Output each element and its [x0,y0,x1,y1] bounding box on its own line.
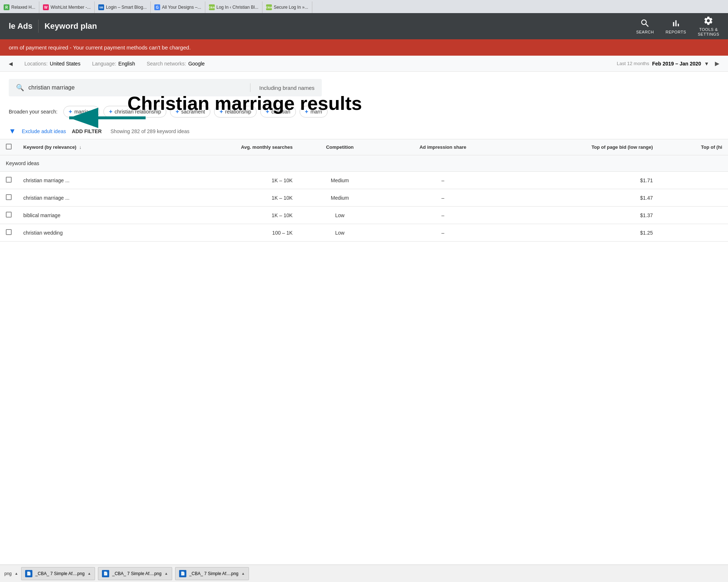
broaden-chip-label: christian [271,109,290,115]
nav-divider [38,20,39,33]
app-logo: le Ads [9,21,32,31]
row-checkbox-cell [0,189,17,207]
row-bid-high [659,172,728,189]
row-competition: Low [298,207,381,224]
broaden-chip-label: christian relationship [115,109,161,115]
ad-impression-column-header[interactable]: Ad impression share [381,139,505,155]
nav-icons: SEARCH REPORTS TOOLS & SETTINGS [636,16,719,37]
top-navigation: le Ads Keyword plan SEARCH REPORTS TOOLS… [0,13,728,39]
language-filter: Language: English [92,61,135,67]
table-row: christian wedding 100 – 1K Low – $1.25 [0,224,728,242]
row-ad-share: – [381,189,505,207]
browser-tab-bar: R Relaxed H... W WishList Member -... SB… [0,0,728,13]
bid-low-header-label: Top of page bid (low range) [592,144,653,150]
language-value: English [118,61,135,67]
plus-icon: + [266,108,269,115]
search-icon [640,18,650,28]
monthly-searches-column-header[interactable]: Avg. monthly searches [165,139,298,155]
tools-icon [703,16,713,26]
row-searches: 100 – 1K [165,224,298,242]
add-filter-button[interactable]: ADD FILTER [72,128,102,134]
row-keyword: biblical marriage [17,207,165,224]
plus-icon: + [305,108,308,115]
tab-label: Secure Log In »... [274,5,308,10]
row-keyword: christian marriage ... [17,172,165,189]
page-title: Keyword plan [44,21,636,31]
search-nav-button[interactable]: SEARCH [636,18,654,34]
ad-impression-header-label: Ad impression share [419,144,466,150]
tab-favicon: SB [98,4,104,10]
row-ad-share: – [381,172,505,189]
bid-low-column-header[interactable]: Top of page bid (low range) [505,139,658,155]
broaden-label: Broaden your search: [9,109,58,115]
results-count: Showing 282 of 289 keyword ideas [110,128,189,134]
row-bid-low: $1.25 [505,224,658,242]
row-searches: 1K – 10K [165,172,298,189]
tab-christianblog[interactable]: CBA Log In ‹ Christian Bl... [205,1,262,13]
row-keyword: christian wedding [17,224,165,242]
row-ad-share: – [381,224,505,242]
tab-label: Login – Smart Blog... [106,5,147,10]
date-range-filter[interactable]: Last 12 months Feb 2019 – Jan 2020 ▼ ▶ [617,60,719,67]
row-checkbox[interactable] [6,229,12,235]
broaden-chip-christian[interactable]: + christian [260,106,296,117]
keyword-column-header[interactable]: Keyword (by relevance) ↓ [17,139,165,155]
tab-favicon: G [154,4,160,10]
filter-bar-back-arrow[interactable]: ◀ [9,61,13,67]
broaden-chip-marriage[interactable]: + marriage [63,106,100,117]
broaden-chip-christian-relationship[interactable]: + christian relationship [103,106,166,117]
row-searches: 1K – 10K [165,207,298,224]
date-range-value: Feb 2019 – Jan 2020 [652,61,701,67]
row-checkbox[interactable] [6,212,12,218]
tab-relaxed[interactable]: R Relaxed H... [0,1,39,13]
search-box[interactable]: 🔍 Including brand names [9,79,322,96]
filter-bar: ◀ Locations: United States Language: Eng… [0,56,728,72]
broaden-chip-relationship[interactable]: + relationship [214,106,257,117]
results-bar: ▼ Exclude adult ideas ADD FILTER Showing… [0,123,728,139]
tab-favicon: CBA [209,4,215,10]
filter-bar-forward-arrow[interactable]: ▶ [715,60,719,67]
search-input[interactable] [28,84,246,91]
bid-high-column-header[interactable]: Top of (hi [659,139,728,155]
search-area: 🔍 Including brand names [0,72,728,100]
row-searches: 1K – 10K [165,189,298,207]
row-checkbox-cell [0,224,17,242]
plus-icon: + [109,108,112,115]
keyword-table: Keyword (by relevance) ↓ Avg. monthly se… [0,139,728,242]
competition-column-header[interactable]: Competition [298,139,381,155]
row-bid-low: $1.37 [505,207,658,224]
keyword-ideas-label: Keyword ideas [0,155,728,172]
date-dropdown-arrow[interactable]: ▼ [704,61,709,67]
exclude-adult-link[interactable]: Exclude adult ideas [22,128,66,134]
select-all-checkbox[interactable] [6,144,12,150]
broaden-chip-label: marri [310,109,322,115]
row-bid-high [659,189,728,207]
reports-nav-button[interactable]: REPORTS [666,18,686,34]
broaden-chip-label: sacrament [181,109,205,115]
tab-favicon: CBA [266,4,272,10]
locations-label: Locations: [24,61,48,67]
reports-nav-label: REPORTS [666,30,686,34]
tab-favicon: W [43,4,49,10]
tab-smartblog[interactable]: SB Login – Smart Blog... [95,1,151,13]
payment-warning-bar: orm of payment required - Your current p… [0,39,728,56]
row-checkbox-cell [0,172,17,189]
table-row: biblical marriage 1K – 10K Low – $1.37 [0,207,728,224]
row-checkbox[interactable] [6,177,12,183]
warning-text: orm of payment required - Your current p… [9,44,191,51]
plus-icon: + [69,108,72,115]
broaden-chip-sacrament[interactable]: + sacrament [170,106,210,117]
broaden-chip-marri[interactable]: + marri [300,106,328,117]
row-checkbox[interactable] [6,194,12,200]
tools-nav-button[interactable]: TOOLS & SETTINGS [698,16,719,37]
tab-securelog[interactable]: CBA Secure Log In »... [262,1,312,13]
competition-header-label: Competition [326,144,354,150]
networks-filter: Search networks: Google [147,61,205,67]
row-keyword: christian marriage ... [17,189,165,207]
locations-value: United States [50,61,80,67]
row-competition: Medium [298,172,381,189]
tab-wishlist[interactable]: W WishList Member -... [39,1,95,13]
tab-alldesigns[interactable]: G All Your Designs –... [151,1,205,13]
broaden-chip-label: marriage [74,109,94,115]
search-nav-label: SEARCH [636,30,654,34]
